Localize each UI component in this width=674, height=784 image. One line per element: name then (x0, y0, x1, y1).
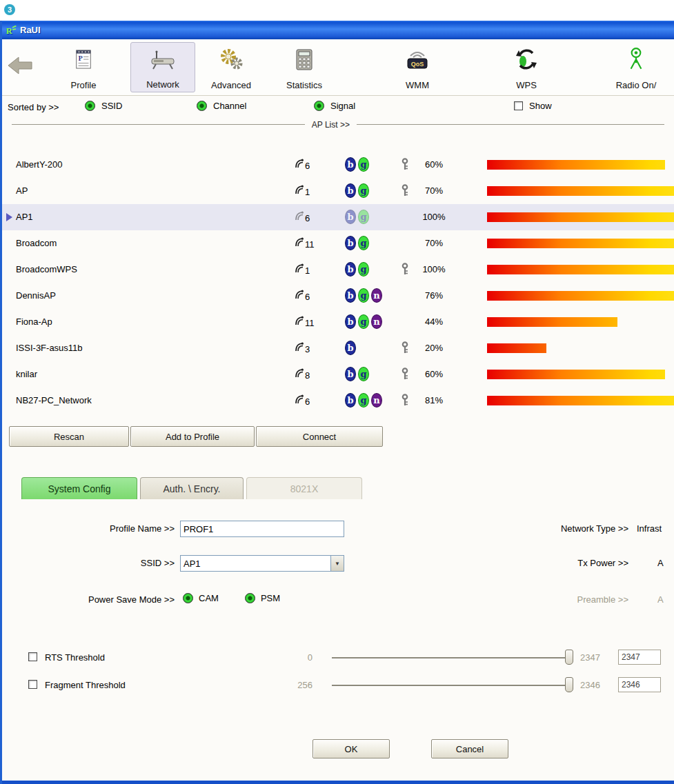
tab-system-config[interactable]: System Config (21, 477, 137, 499)
mode-g-badge: g (358, 262, 369, 277)
signal-bar (487, 265, 674, 274)
toolbar-item-label: WPS (516, 80, 537, 90)
rts-slider[interactable] (332, 649, 573, 665)
cancel-button[interactable]: Cancel (431, 739, 508, 758)
fragment-slider-handle[interactable] (565, 677, 573, 692)
power-save-options: CAM PSM (183, 593, 280, 603)
ap-channel: 3 (305, 344, 310, 354)
ap-signal-pct: 44% (415, 316, 453, 327)
show-checkbox[interactable] (514, 101, 523, 110)
back-button[interactable] (8, 56, 34, 77)
network-type-value: Infrast (637, 521, 674, 537)
titlebar[interactable]: R RaUI (2, 21, 674, 39)
profile-name-input[interactable] (180, 521, 344, 537)
ap-row[interactable]: AP 1 bg 70% (2, 178, 674, 204)
psm-radio-icon[interactable] (245, 593, 255, 603)
sort-bar: Sorted by >> SSID Channel Signal Show (2, 97, 674, 119)
mode-b-badge: b (345, 393, 356, 408)
toolbar-item-advanced[interactable]: Advanced (198, 42, 264, 92)
ap-row[interactable]: knilar 8 bg 60% (2, 361, 674, 388)
ap-ssid: DennisAP (16, 290, 56, 301)
ap-ssid: NB27-PC_Network (16, 395, 92, 405)
mode-b-badge: b (345, 367, 356, 381)
ap-modes: bgn (345, 288, 382, 303)
ap-ssid: Broadcom (16, 238, 57, 248)
dropdown-arrow-icon[interactable]: ▼ (330, 556, 344, 571)
wps-icon (515, 46, 538, 73)
ap-ssid: AlbertY-200 (16, 159, 62, 170)
mode-b-badge: b (345, 183, 356, 198)
sort-option-signal[interactable]: Signal (314, 101, 355, 111)
app-icon: R (6, 25, 17, 36)
key-icon (401, 263, 409, 278)
wmm-qos-icon: QoS (404, 46, 431, 73)
signal-bar (487, 343, 546, 353)
ssid-value: AP1 (181, 559, 330, 569)
ap-row[interactable]: Broadcom 11 bg 70% (2, 230, 674, 257)
network-icon (149, 46, 177, 74)
ap-row[interactable]: BroadcomWPS 1 bg 100% (2, 257, 674, 283)
svg-text:QoS: QoS (411, 61, 424, 68)
fragment-threshold-label: Fragment Threshold (45, 680, 126, 690)
mode-g-badge: g (358, 367, 369, 381)
ok-button[interactable]: OK (313, 739, 390, 758)
ap-signal-pct: 70% (415, 185, 453, 196)
mode-g-badge: g (358, 393, 369, 408)
ssid-select[interactable]: AP1 ▼ (180, 555, 344, 572)
ap-signal-pct: 20% (415, 343, 453, 353)
ap-signal-pct: 100% (415, 212, 453, 222)
signal-radio-icon[interactable] (314, 101, 324, 111)
signal-bar (487, 160, 665, 170)
tab-auth-encry[interactable]: Auth. \ Encry. (140, 477, 244, 499)
rts-threshold-checkbox[interactable] (28, 652, 37, 661)
sort-option-label: Channel (213, 101, 246, 111)
sort-option-ssid[interactable]: SSID (85, 101, 122, 111)
fragment-threshold-checkbox[interactable] (28, 680, 37, 689)
ap-modes: b (345, 341, 356, 355)
sort-option-channel[interactable]: Channel (197, 101, 246, 111)
ap-channel: 11 (305, 318, 315, 328)
back-arrow-icon (8, 56, 32, 75)
connect-button[interactable]: Connect (256, 426, 383, 447)
toolbar-item-label: Radio On/ (616, 80, 657, 90)
toolbar-item-statistics[interactable]: Statistics (271, 42, 337, 92)
toolbar-item-network[interactable]: Network (130, 42, 195, 92)
channel-radio-icon[interactable] (197, 101, 207, 111)
signal-bar (487, 317, 617, 327)
ap-row[interactable]: AlbertY-200 6 bg 60% (2, 152, 674, 178)
toolbar-item-wmm[interactable]: QoS WMM (384, 42, 450, 92)
toolbar-item-profile[interactable]: P Profile (52, 42, 115, 92)
toolbar-item-wps[interactable]: WPS (493, 42, 559, 92)
rescan-button[interactable]: Rescan (9, 426, 129, 447)
ap-modes: bg (345, 210, 369, 224)
tx-power-value: A (657, 555, 674, 572)
mode-b-badge: b (345, 236, 356, 250)
ssid-radio-icon[interactable] (85, 101, 95, 111)
statistics-calculator-icon (295, 46, 313, 73)
toolbar-item-radio-on-off[interactable]: Radio On/ (598, 42, 674, 92)
mode-g-badge: g (358, 157, 369, 172)
annotation-badge: 3 (4, 4, 15, 15)
tab-8021x[interactable]: 8021X (246, 477, 362, 499)
ap-channel: 11 (305, 239, 315, 250)
ap-row[interactable]: DennisAP 6 bgn 76% (2, 283, 674, 309)
channel-icon (295, 368, 304, 381)
ap-row[interactable]: ISSI-3F-asus11b 3 b 20% (2, 335, 674, 361)
rts-max-value: 2347 (580, 652, 600, 663)
mode-b-badge: b (345, 157, 356, 172)
ap-row[interactable]: AP1 6 bg 100% (2, 204, 674, 230)
fragment-value-input[interactable] (618, 677, 661, 692)
fragment-min-value: 256 (278, 680, 313, 690)
ap-row[interactable]: Fiona-Ap 11 bgn 44% (2, 309, 674, 335)
rts-value-input[interactable] (618, 650, 661, 665)
svg-text:P: P (79, 54, 83, 62)
ap-row[interactable]: NB27-PC_Network 6 bgn 81% (2, 388, 674, 414)
rts-min-value: 0 (278, 652, 313, 663)
add-to-profile-button[interactable]: Add to Profile (130, 426, 255, 447)
ap-channel: 6 (305, 292, 310, 302)
rts-slider-handle[interactable] (565, 650, 573, 665)
fragment-slider[interactable] (332, 676, 573, 693)
show-dbm-option[interactable]: Show (514, 101, 552, 111)
fragment-max-value: 2346 (580, 680, 600, 690)
cam-radio-icon[interactable] (183, 593, 193, 603)
